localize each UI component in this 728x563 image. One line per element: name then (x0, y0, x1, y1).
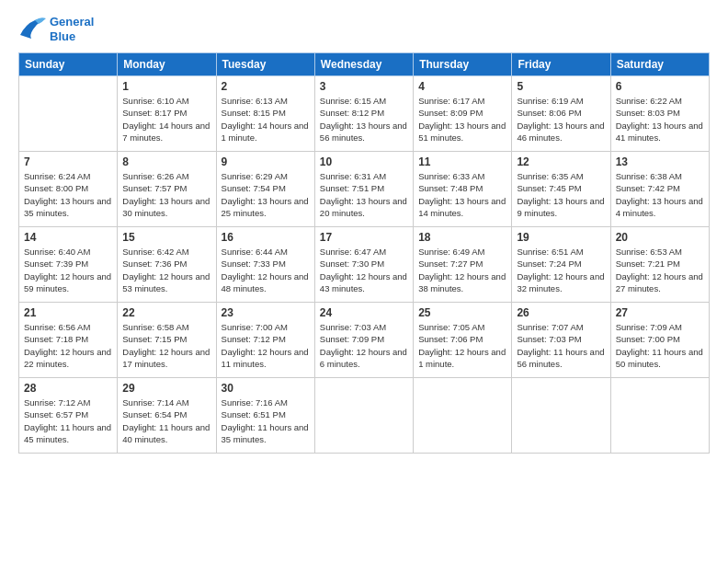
page: General Blue SundayMondayTuesdayWednesda… (0, 0, 728, 563)
day-number: 17 (320, 231, 408, 244)
calendar-cell: 5Sunrise: 6:19 AMSunset: 8:06 PMDaylight… (512, 76, 610, 152)
day-number: 26 (517, 306, 605, 319)
calendar-week-2: 14Sunrise: 6:40 AMSunset: 7:39 PMDayligh… (19, 227, 710, 303)
day-info: Sunrise: 6:49 AMSunset: 7:27 PMDaylight:… (418, 246, 506, 294)
weekday-header-thursday: Thursday (414, 53, 512, 76)
day-info: Sunrise: 6:53 AMSunset: 7:21 PMDaylight:… (616, 246, 704, 294)
logo-line2: Blue (50, 29, 94, 44)
day-number: 14 (24, 231, 112, 244)
calendar-cell: 17Sunrise: 6:47 AMSunset: 7:30 PMDayligh… (314, 227, 413, 303)
day-info: Sunrise: 6:13 AMSunset: 8:15 PMDaylight:… (222, 95, 310, 144)
calendar-cell (19, 76, 118, 152)
day-number: 15 (122, 231, 210, 244)
weekday-header-tuesday: Tuesday (216, 53, 314, 76)
calendar-cell: 14Sunrise: 6:40 AMSunset: 7:39 PMDayligh… (19, 227, 118, 303)
calendar-cell: 16Sunrise: 6:44 AMSunset: 7:33 PMDayligh… (216, 227, 314, 303)
calendar-cell: 6Sunrise: 6:22 AMSunset: 8:03 PMDaylight… (610, 76, 709, 152)
calendar-cell: 26Sunrise: 7:07 AMSunset: 7:03 PMDayligh… (512, 303, 610, 378)
day-info: Sunrise: 6:42 AMSunset: 7:36 PMDaylight:… (122, 246, 210, 294)
calendar-cell (512, 378, 610, 454)
day-info: Sunrise: 6:19 AMSunset: 8:06 PMDaylight:… (517, 95, 605, 144)
calendar-cell: 27Sunrise: 7:09 AMSunset: 7:00 PMDayligh… (610, 303, 709, 378)
day-number: 21 (24, 306, 112, 319)
day-info: Sunrise: 6:40 AMSunset: 7:39 PMDaylight:… (24, 246, 112, 294)
weekday-header-monday: Monday (118, 53, 216, 76)
day-info: Sunrise: 6:33 AMSunset: 7:48 PMDaylight:… (418, 170, 506, 219)
day-info: Sunrise: 6:24 AMSunset: 8:00 PMDaylight:… (24, 170, 112, 219)
day-info: Sunrise: 6:58 AMSunset: 7:15 PMDaylight:… (122, 321, 210, 370)
calendar-week-0: 1Sunrise: 6:10 AMSunset: 8:17 PMDaylight… (19, 76, 710, 152)
calendar-cell: 18Sunrise: 6:49 AMSunset: 7:27 PMDayligh… (414, 227, 512, 303)
day-number: 30 (222, 382, 310, 395)
calendar-cell: 13Sunrise: 6:38 AMSunset: 7:42 PMDayligh… (610, 152, 709, 227)
day-number: 25 (418, 306, 506, 319)
day-number: 16 (222, 231, 310, 244)
calendar-week-1: 7Sunrise: 6:24 AMSunset: 8:00 PMDaylight… (19, 152, 710, 227)
calendar-cell: 2Sunrise: 6:13 AMSunset: 8:15 PMDaylight… (216, 76, 314, 152)
weekday-header-sunday: Sunday (19, 53, 118, 76)
day-number: 4 (418, 80, 506, 93)
day-info: Sunrise: 6:35 AMSunset: 7:45 PMDaylight:… (517, 170, 605, 219)
day-number: 29 (122, 382, 210, 395)
calendar-cell: 20Sunrise: 6:53 AMSunset: 7:21 PMDayligh… (610, 227, 709, 303)
day-info: Sunrise: 6:47 AMSunset: 7:30 PMDaylight:… (320, 246, 408, 294)
weekday-header-wednesday: Wednesday (314, 53, 413, 76)
day-number: 11 (418, 155, 506, 168)
calendar: SundayMondayTuesdayWednesdayThursdayFrid… (18, 52, 710, 454)
day-info: Sunrise: 6:15 AMSunset: 8:12 PMDaylight:… (320, 95, 408, 144)
calendar-cell: 23Sunrise: 7:00 AMSunset: 7:12 PMDayligh… (216, 303, 314, 378)
calendar-cell: 15Sunrise: 6:42 AMSunset: 7:36 PMDayligh… (118, 227, 216, 303)
calendar-cell: 11Sunrise: 6:33 AMSunset: 7:48 PMDayligh… (414, 152, 512, 227)
day-info: Sunrise: 7:16 AMSunset: 6:51 PMDaylight:… (222, 396, 310, 445)
calendar-cell: 4Sunrise: 6:17 AMSunset: 8:09 PMDaylight… (414, 76, 512, 152)
day-number: 28 (24, 382, 112, 395)
calendar-cell (610, 378, 709, 454)
calendar-cell: 10Sunrise: 6:31 AMSunset: 7:51 PMDayligh… (314, 152, 413, 227)
day-number: 1 (122, 80, 210, 93)
calendar-cell: 29Sunrise: 7:14 AMSunset: 6:54 PMDayligh… (118, 378, 216, 454)
day-number: 23 (222, 306, 310, 319)
header: General Blue (18, 15, 710, 43)
logo-icon (18, 17, 46, 42)
day-number: 9 (222, 155, 310, 168)
day-number: 7 (24, 155, 112, 168)
logo: General Blue (18, 15, 94, 43)
day-info: Sunrise: 6:10 AMSunset: 8:17 PMDaylight:… (122, 95, 210, 144)
day-number: 19 (517, 231, 605, 244)
day-info: Sunrise: 7:03 AMSunset: 7:09 PMDaylight:… (320, 321, 408, 370)
day-number: 18 (418, 231, 506, 244)
day-number: 3 (320, 80, 408, 93)
day-info: Sunrise: 7:05 AMSunset: 7:06 PMDaylight:… (418, 321, 506, 370)
calendar-cell: 28Sunrise: 7:12 AMSunset: 6:57 PMDayligh… (19, 378, 118, 454)
calendar-cell: 7Sunrise: 6:24 AMSunset: 8:00 PMDaylight… (19, 152, 118, 227)
day-info: Sunrise: 6:17 AMSunset: 8:09 PMDaylight:… (418, 95, 506, 144)
day-info: Sunrise: 6:22 AMSunset: 8:03 PMDaylight:… (616, 95, 704, 144)
day-number: 20 (616, 231, 704, 244)
calendar-cell (414, 378, 512, 454)
day-number: 5 (517, 80, 605, 93)
day-number: 13 (616, 155, 704, 168)
day-info: Sunrise: 6:44 AMSunset: 7:33 PMDaylight:… (222, 246, 310, 294)
weekday-header-row: SundayMondayTuesdayWednesdayThursdayFrid… (19, 53, 710, 76)
day-number: 24 (320, 306, 408, 319)
calendar-cell: 22Sunrise: 6:58 AMSunset: 7:15 PMDayligh… (118, 303, 216, 378)
calendar-cell: 12Sunrise: 6:35 AMSunset: 7:45 PMDayligh… (512, 152, 610, 227)
calendar-cell: 19Sunrise: 6:51 AMSunset: 7:24 PMDayligh… (512, 227, 610, 303)
weekday-header-friday: Friday (512, 53, 610, 76)
day-info: Sunrise: 6:38 AMSunset: 7:42 PMDaylight:… (616, 170, 704, 219)
day-info: Sunrise: 7:00 AMSunset: 7:12 PMDaylight:… (222, 321, 310, 370)
calendar-cell (314, 378, 413, 454)
calendar-cell: 30Sunrise: 7:16 AMSunset: 6:51 PMDayligh… (216, 378, 314, 454)
day-number: 22 (122, 306, 210, 319)
day-number: 12 (517, 155, 605, 168)
calendar-cell: 3Sunrise: 6:15 AMSunset: 8:12 PMDaylight… (314, 76, 413, 152)
calendar-week-4: 28Sunrise: 7:12 AMSunset: 6:57 PMDayligh… (19, 378, 710, 454)
day-number: 8 (122, 155, 210, 168)
day-number: 27 (616, 306, 704, 319)
day-info: Sunrise: 7:14 AMSunset: 6:54 PMDaylight:… (122, 396, 210, 445)
calendar-cell: 24Sunrise: 7:03 AMSunset: 7:09 PMDayligh… (314, 303, 413, 378)
calendar-cell: 25Sunrise: 7:05 AMSunset: 7:06 PMDayligh… (414, 303, 512, 378)
day-info: Sunrise: 7:07 AMSunset: 7:03 PMDaylight:… (517, 321, 605, 370)
day-info: Sunrise: 6:31 AMSunset: 7:51 PMDaylight:… (320, 170, 408, 219)
day-number: 6 (616, 80, 704, 93)
